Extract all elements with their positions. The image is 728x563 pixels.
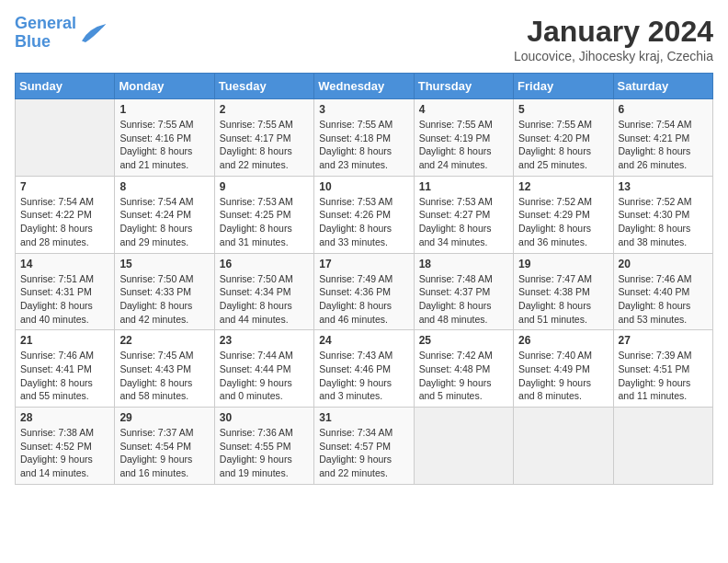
calendar-cell: 12Sunrise: 7:52 AM Sunset: 4:29 PM Dayli… <box>514 176 613 253</box>
day-info: Sunrise: 7:55 AM Sunset: 4:18 PM Dayligh… <box>319 118 408 172</box>
day-number: 21 <box>20 334 109 347</box>
day-number: 17 <box>319 258 408 270</box>
calendar-day-header: Monday <box>115 74 214 99</box>
day-info: Sunrise: 7:54 AM Sunset: 4:21 PM Dayligh… <box>619 118 708 172</box>
calendar-day-header: Thursday <box>414 74 513 99</box>
day-info: Sunrise: 7:48 AM Sunset: 4:37 PM Dayligh… <box>419 272 508 327</box>
calendar-cell: 16Sunrise: 7:50 AM Sunset: 4:34 PM Dayli… <box>214 253 313 330</box>
calendar-week-row: 21Sunrise: 7:46 AM Sunset: 4:41 PM Dayli… <box>16 330 713 408</box>
calendar-cell: 21Sunrise: 7:46 AM Sunset: 4:41 PM Dayli… <box>16 330 115 408</box>
calendar-cell: 10Sunrise: 7:53 AM Sunset: 4:26 PM Dayli… <box>314 176 414 253</box>
day-number: 23 <box>220 334 309 347</box>
day-number: 28 <box>20 411 109 424</box>
calendar-cell: 24Sunrise: 7:43 AM Sunset: 4:46 PM Dayli… <box>314 330 414 408</box>
day-info: Sunrise: 7:36 AM Sunset: 4:55 PM Dayligh… <box>220 426 309 480</box>
calendar-cell: 15Sunrise: 7:50 AM Sunset: 4:33 PM Dayli… <box>115 253 214 330</box>
day-number: 20 <box>619 258 708 270</box>
day-info: Sunrise: 7:40 AM Sunset: 4:49 PM Dayligh… <box>518 349 608 403</box>
day-number: 2 <box>220 103 309 116</box>
calendar-cell: 17Sunrise: 7:49 AM Sunset: 4:36 PM Dayli… <box>314 253 414 330</box>
logo-bird-icon <box>78 20 108 46</box>
calendar-cell: 27Sunrise: 7:39 AM Sunset: 4:51 PM Dayli… <box>613 330 712 408</box>
calendar-cell: 31Sunrise: 7:34 AM Sunset: 4:57 PM Dayli… <box>314 408 414 485</box>
day-info: Sunrise: 7:51 AM Sunset: 4:31 PM Dayligh… <box>20 272 109 327</box>
day-info: Sunrise: 7:47 AM Sunset: 4:38 PM Dayligh… <box>518 272 608 327</box>
page-subtitle: Loucovice, Jihocesky kraj, Czechia <box>514 49 713 63</box>
logo: General Blue <box>15 15 108 52</box>
calendar-day-header: Sunday <box>16 74 115 99</box>
calendar-cell <box>613 408 712 485</box>
day-number: 25 <box>419 334 508 347</box>
day-info: Sunrise: 7:50 AM Sunset: 4:33 PM Dayligh… <box>119 272 209 327</box>
day-number: 6 <box>619 103 708 116</box>
day-info: Sunrise: 7:54 AM Sunset: 4:24 PM Dayligh… <box>119 195 209 249</box>
day-info: Sunrise: 7:53 AM Sunset: 4:27 PM Dayligh… <box>419 195 508 249</box>
calendar-cell: 20Sunrise: 7:46 AM Sunset: 4:40 PM Dayli… <box>613 253 712 330</box>
day-info: Sunrise: 7:53 AM Sunset: 4:25 PM Dayligh… <box>220 195 309 249</box>
day-number: 4 <box>419 103 508 116</box>
calendar-cell: 3Sunrise: 7:55 AM Sunset: 4:18 PM Daylig… <box>314 99 414 177</box>
day-number: 12 <box>518 180 608 193</box>
calendar-header: SundayMondayTuesdayWednesdayThursdayFrid… <box>16 74 713 99</box>
day-info: Sunrise: 7:49 AM Sunset: 4:36 PM Dayligh… <box>319 272 408 327</box>
logo-text: General Blue <box>15 15 76 52</box>
day-info: Sunrise: 7:46 AM Sunset: 4:40 PM Dayligh… <box>619 272 708 327</box>
day-number: 1 <box>119 103 209 116</box>
day-info: Sunrise: 7:53 AM Sunset: 4:26 PM Dayligh… <box>319 195 408 249</box>
day-number: 29 <box>119 411 209 424</box>
calendar-table: SundayMondayTuesdayWednesdayThursdayFrid… <box>15 73 713 485</box>
calendar-cell: 25Sunrise: 7:42 AM Sunset: 4:48 PM Dayli… <box>414 330 513 408</box>
calendar-cell: 1Sunrise: 7:55 AM Sunset: 4:16 PM Daylig… <box>115 99 214 177</box>
day-info: Sunrise: 7:55 AM Sunset: 4:17 PM Dayligh… <box>220 118 309 172</box>
day-number: 18 <box>419 258 508 270</box>
day-info: Sunrise: 7:43 AM Sunset: 4:46 PM Dayligh… <box>319 349 408 403</box>
calendar-cell: 9Sunrise: 7:53 AM Sunset: 4:25 PM Daylig… <box>214 176 313 253</box>
day-info: Sunrise: 7:55 AM Sunset: 4:19 PM Dayligh… <box>419 118 508 172</box>
calendar-cell: 11Sunrise: 7:53 AM Sunset: 4:27 PM Dayli… <box>414 176 513 253</box>
calendar-cell <box>514 408 613 485</box>
calendar-cell: 23Sunrise: 7:44 AM Sunset: 4:44 PM Dayli… <box>214 330 313 408</box>
day-info: Sunrise: 7:52 AM Sunset: 4:29 PM Dayligh… <box>518 195 608 249</box>
calendar-cell: 7Sunrise: 7:54 AM Sunset: 4:22 PM Daylig… <box>16 176 115 253</box>
calendar-cell <box>414 408 513 485</box>
day-number: 9 <box>220 180 309 193</box>
calendar-week-row: 28Sunrise: 7:38 AM Sunset: 4:52 PM Dayli… <box>16 408 713 485</box>
day-number: 22 <box>119 334 209 347</box>
calendar-cell: 13Sunrise: 7:52 AM Sunset: 4:30 PM Dayli… <box>613 176 712 253</box>
day-info: Sunrise: 7:46 AM Sunset: 4:41 PM Dayligh… <box>20 349 109 403</box>
calendar-cell: 28Sunrise: 7:38 AM Sunset: 4:52 PM Dayli… <box>16 408 115 485</box>
calendar-cell: 14Sunrise: 7:51 AM Sunset: 4:31 PM Dayli… <box>16 253 115 330</box>
calendar-cell: 26Sunrise: 7:40 AM Sunset: 4:49 PM Dayli… <box>514 330 613 408</box>
day-info: Sunrise: 7:34 AM Sunset: 4:57 PM Dayligh… <box>319 426 408 480</box>
day-number: 14 <box>20 258 109 270</box>
calendar-week-row: 14Sunrise: 7:51 AM Sunset: 4:31 PM Dayli… <box>16 253 713 330</box>
day-info: Sunrise: 7:38 AM Sunset: 4:52 PM Dayligh… <box>20 426 109 480</box>
calendar-cell: 22Sunrise: 7:45 AM Sunset: 4:43 PM Dayli… <box>115 330 214 408</box>
calendar-cell <box>16 99 115 177</box>
day-number: 15 <box>119 258 209 270</box>
calendar-cell: 19Sunrise: 7:47 AM Sunset: 4:38 PM Dayli… <box>514 253 613 330</box>
day-info: Sunrise: 7:55 AM Sunset: 4:20 PM Dayligh… <box>518 118 608 172</box>
day-number: 8 <box>119 180 209 193</box>
page-title: January 2024 <box>514 15 713 49</box>
day-info: Sunrise: 7:50 AM Sunset: 4:34 PM Dayligh… <box>220 272 309 327</box>
day-info: Sunrise: 7:42 AM Sunset: 4:48 PM Dayligh… <box>419 349 508 403</box>
day-number: 11 <box>419 180 508 193</box>
title-block: January 2024 Loucovice, Jihocesky kraj, … <box>514 15 713 63</box>
day-number: 3 <box>319 103 408 116</box>
day-number: 24 <box>319 334 408 347</box>
calendar-week-row: 7Sunrise: 7:54 AM Sunset: 4:22 PM Daylig… <box>16 176 713 253</box>
calendar-week-row: 1Sunrise: 7:55 AM Sunset: 4:16 PM Daylig… <box>16 99 713 177</box>
day-number: 26 <box>518 334 608 347</box>
day-number: 5 <box>518 103 608 116</box>
day-info: Sunrise: 7:37 AM Sunset: 4:54 PM Dayligh… <box>119 426 209 480</box>
day-info: Sunrise: 7:39 AM Sunset: 4:51 PM Dayligh… <box>619 349 708 403</box>
calendar-day-header: Wednesday <box>314 74 414 99</box>
calendar-cell: 29Sunrise: 7:37 AM Sunset: 4:54 PM Dayli… <box>115 408 214 485</box>
day-number: 19 <box>518 258 608 270</box>
day-info: Sunrise: 7:44 AM Sunset: 4:44 PM Dayligh… <box>220 349 309 403</box>
calendar-day-header: Saturday <box>613 74 712 99</box>
day-number: 10 <box>319 180 408 193</box>
calendar-cell: 18Sunrise: 7:48 AM Sunset: 4:37 PM Dayli… <box>414 253 513 330</box>
day-info: Sunrise: 7:55 AM Sunset: 4:16 PM Dayligh… <box>119 118 209 172</box>
